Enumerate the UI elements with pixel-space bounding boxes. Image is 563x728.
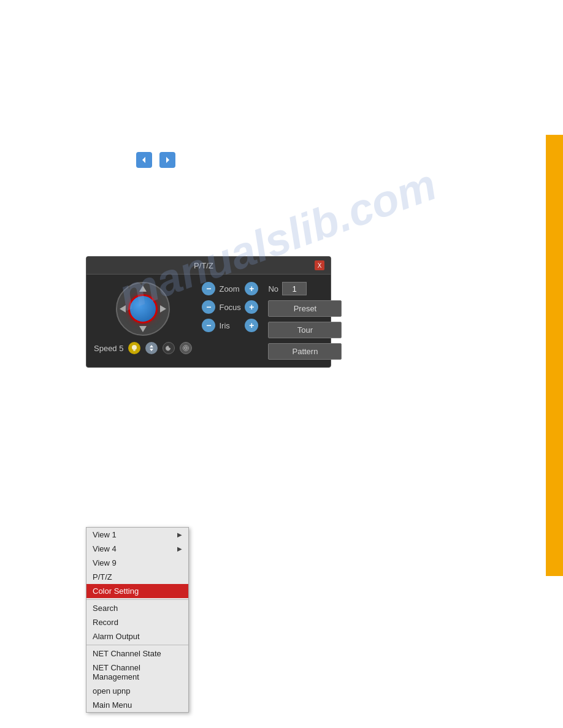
right-panel: No Preset Tour Pattern bbox=[268, 282, 342, 360]
menu-item-alarm-output[interactable]: Alarm Output bbox=[86, 629, 188, 643]
iris-minus-button[interactable]: − bbox=[202, 319, 215, 332]
joystick-center bbox=[128, 294, 158, 324]
arrow-right-icon bbox=[160, 305, 166, 313]
preset-button[interactable]: Preset bbox=[268, 300, 342, 317]
arrow-down-icon bbox=[139, 326, 147, 332]
menu-item-net-channel-state[interactable]: NET Channel State bbox=[86, 646, 188, 661]
menu-item-view-9[interactable]: View 9 bbox=[86, 556, 188, 570]
settings-icon[interactable] bbox=[180, 342, 192, 354]
pan-icon[interactable] bbox=[145, 342, 158, 354]
iris-row: − Iris + bbox=[202, 319, 258, 332]
lightbulb-icon[interactable] bbox=[128, 342, 140, 354]
svg-marker-6 bbox=[150, 345, 153, 347]
ptz-body: Speed 5 bbox=[86, 275, 331, 367]
ptz-dialog: P/T/Z X Speed 5 bbox=[86, 256, 331, 368]
focus-plus-button[interactable]: + bbox=[245, 300, 258, 314]
menu-item-record[interactable]: Record bbox=[86, 615, 188, 629]
menu-item-p/t/z[interactable]: P/T/Z bbox=[86, 570, 188, 584]
menu-item-view-1[interactable]: View 1▶ bbox=[86, 528, 188, 542]
submenu-arrow-icon: ▶ bbox=[177, 545, 182, 552]
menu-item-search[interactable]: Search bbox=[86, 601, 188, 615]
zoom-label: Zoom bbox=[219, 284, 241, 294]
menu-divider bbox=[86, 645, 188, 645]
menu-item-label: open upnp bbox=[93, 686, 130, 696]
zoom-row: − Zoom + bbox=[202, 282, 258, 295]
ptz-titlebar: P/T/Z X bbox=[86, 257, 331, 275]
menu-item-label: Record bbox=[93, 618, 118, 627]
icon-previous[interactable] bbox=[136, 152, 152, 168]
menu-item-main-menu[interactable]: Main Menu bbox=[86, 698, 188, 712]
menu-item-label: Alarm Output bbox=[93, 632, 140, 641]
icon-next[interactable] bbox=[159, 152, 175, 168]
night-icon[interactable] bbox=[163, 342, 175, 354]
svg-point-9 bbox=[183, 346, 189, 351]
no-input[interactable] bbox=[282, 282, 307, 295]
joystick-area: Speed 5 bbox=[94, 282, 192, 354]
iris-plus-button[interactable]: + bbox=[245, 319, 258, 332]
svg-point-4 bbox=[132, 345, 137, 350]
joystick[interactable] bbox=[116, 282, 170, 336]
zoom-plus-button[interactable]: + bbox=[245, 282, 258, 295]
menu-item-label: View 1 bbox=[93, 530, 117, 539]
focus-label: Focus bbox=[219, 303, 241, 312]
iris-label: Iris bbox=[219, 321, 241, 330]
menu-item-label: Color Setting bbox=[93, 586, 139, 596]
focus-row: − Focus + bbox=[202, 300, 258, 314]
no-label: No bbox=[268, 284, 278, 294]
svg-rect-5 bbox=[133, 350, 136, 351]
menu-item-label: P/T/Z bbox=[93, 572, 112, 582]
svg-point-8 bbox=[185, 347, 187, 349]
submenu-arrow-icon: ▶ bbox=[177, 531, 182, 538]
speed-label: Speed 5 bbox=[94, 344, 123, 353]
controls-area: − Zoom + − Focus + − Iris + bbox=[202, 282, 258, 332]
menu-item-net-channel-management[interactable]: NET Channel Management bbox=[86, 661, 188, 684]
menu-item-label: NET Channel State bbox=[93, 649, 161, 658]
joystick-ring bbox=[116, 282, 170, 336]
ptz-close-button[interactable]: X bbox=[315, 260, 324, 270]
sidebar-bar bbox=[546, 135, 563, 576]
menu-item-open-upnp[interactable]: open upnp bbox=[86, 684, 188, 698]
no-row: No bbox=[268, 282, 342, 295]
focus-minus-button[interactable]: − bbox=[202, 300, 215, 314]
menu-item-label: Search bbox=[93, 604, 118, 613]
top-icons-area bbox=[136, 152, 175, 168]
menu-item-label: NET Channel Management bbox=[93, 663, 182, 681]
arrow-up-icon bbox=[139, 286, 147, 292]
menu-item-label: View 9 bbox=[93, 558, 117, 567]
menu-item-label: View 4 bbox=[93, 544, 117, 553]
menu-item-color-setting[interactable]: Color Setting bbox=[86, 584, 188, 598]
menu-item-label: Main Menu bbox=[93, 700, 132, 710]
speed-row: Speed 5 bbox=[94, 342, 192, 354]
tour-button[interactable]: Tour bbox=[268, 322, 342, 338]
pattern-button[interactable]: Pattern bbox=[268, 343, 342, 360]
svg-marker-7 bbox=[150, 349, 153, 351]
arrow-left-icon bbox=[120, 305, 126, 313]
ptz-title: P/T/Z bbox=[93, 261, 315, 270]
menu-item-view-4[interactable]: View 4▶ bbox=[86, 542, 188, 556]
menu-divider bbox=[86, 599, 188, 600]
zoom-minus-button[interactable]: − bbox=[202, 282, 215, 295]
context-menu: View 1▶View 4▶View 9P/T/ZColor SettingSe… bbox=[86, 527, 189, 713]
